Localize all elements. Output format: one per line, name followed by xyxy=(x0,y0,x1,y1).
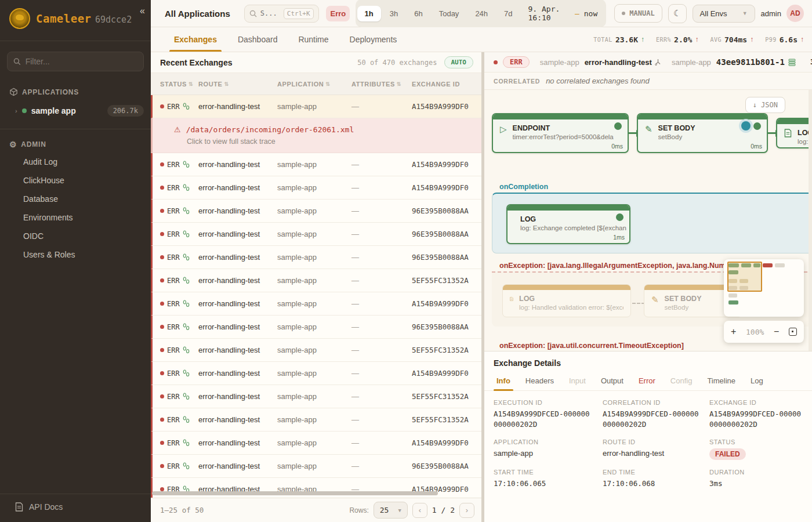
table-row[interactable]: ERR error-handling-test sample-app — 96E… xyxy=(151,316,481,339)
time-range-option[interactable]: 24h xyxy=(467,6,495,21)
correlated-bar: CORRELATED no correlated exchanges found xyxy=(484,72,812,90)
details-tab[interactable]: Input xyxy=(563,372,592,390)
column-header-exchange-id[interactable]: EXCHANGE ID xyxy=(412,81,481,88)
status-badge: ERR xyxy=(167,393,180,401)
column-header-application[interactable]: APPLICATION⇅ xyxy=(277,81,351,88)
chevron-right-icon[interactable]: › xyxy=(15,107,17,114)
time-range-option[interactable]: 7d xyxy=(496,6,520,21)
admin-menu-item[interactable]: Environments xyxy=(0,208,151,227)
manual-refresh-button[interactable]: MANUAL xyxy=(614,4,662,23)
fit-view-button[interactable] xyxy=(789,328,797,336)
app-title: Cameleer xyxy=(36,12,92,25)
attributes-cell: — xyxy=(351,415,412,424)
main-tab[interactable]: Exchanges xyxy=(165,27,226,52)
details-tab[interactable]: Config xyxy=(664,372,699,390)
details-tab[interactable]: Error xyxy=(632,372,662,390)
details-tab[interactable]: Headers xyxy=(519,372,560,390)
detail-route-name[interactable]: error-handling-test xyxy=(585,58,661,67)
flow-node-set-body[interactable]: ✎ SET BODY setBody 0ms xyxy=(637,113,768,153)
admin-menu-item[interactable]: Database xyxy=(0,190,151,208)
details-tab[interactable]: Log xyxy=(744,372,770,390)
main-tab[interactable]: Deployments xyxy=(340,27,407,52)
sidebar-filter[interactable] xyxy=(7,52,144,71)
table-row[interactable]: ERR error-handling-test sample-app — A15… xyxy=(151,292,481,316)
time-range-option[interactable]: 3h xyxy=(382,6,405,21)
error-stack-trace-preview[interactable]: ⚠ /data/orders/incoming/order-62061.xml … xyxy=(151,118,481,153)
table-row[interactable]: ERR error-handling-test sample-app — A15… xyxy=(151,153,481,176)
cube-icon xyxy=(9,88,18,96)
minimap-viewport[interactable] xyxy=(727,262,762,292)
attributes-cell: — xyxy=(351,230,412,238)
exchange-id-cell: A154B9A999DF0 xyxy=(412,183,481,192)
error-dot xyxy=(160,394,164,398)
details-tab[interactable]: Timeline xyxy=(701,372,742,390)
flow-node-exception-log[interactable]: LOG log: Handled validation error: ${exc… xyxy=(502,284,631,317)
zoom-in-button[interactable]: + xyxy=(731,327,736,336)
node-status-dot xyxy=(616,213,624,221)
table-row[interactable]: ERR error-handling-test sample-app — A15… xyxy=(151,362,481,385)
detail-exchange-id[interactable]: 43ee9811b801-1 xyxy=(716,57,796,67)
route-flow-canvas[interactable]: ↓ JSON ▷ ENDPOINT timer:errorTest?period… xyxy=(484,90,812,351)
table-row[interactable]: ERR error-handling-test sample-app — 5EF… xyxy=(151,385,481,408)
flow-minimap[interactable] xyxy=(724,259,804,317)
rows-per-page-select[interactable]: 25 ▼ xyxy=(374,502,408,519)
search-input[interactable] xyxy=(260,9,280,17)
column-header-status[interactable]: STATUS⇅ xyxy=(151,81,198,88)
main-tab[interactable]: Dashboard xyxy=(229,27,287,52)
field-execution-id: EXECUTION ID A154B9A999DFCED-00000000000… xyxy=(494,399,603,430)
error-dot xyxy=(160,302,164,306)
details-tab[interactable]: Info xyxy=(490,372,517,390)
time-range-option[interactable]: 6h xyxy=(407,6,430,21)
route-cell: error-handling-test xyxy=(198,102,277,111)
table-row-selected[interactable]: ERR error-handling-test sample-app — A15… xyxy=(151,95,481,118)
prev-page-button[interactable]: ‹ xyxy=(412,503,427,518)
table-row[interactable]: ERR error-handling-test sample-app — 5EF… xyxy=(151,269,481,292)
flow-node-completion-log[interactable]: LOG log: Exchange completed [${exchan 1m… xyxy=(506,204,630,244)
horizontal-scrollbar[interactable] xyxy=(152,491,438,495)
route-cell: error-handling-test xyxy=(198,276,277,285)
error-filter-chip[interactable]: Erro xyxy=(326,6,350,21)
admin-menu-item[interactable]: ClickHouse xyxy=(0,171,151,190)
filter-input[interactable] xyxy=(26,57,137,66)
zoom-out-button[interactable]: − xyxy=(774,327,779,336)
table-row[interactable]: ERR error-handling-test sample-app — 96E… xyxy=(151,455,481,478)
details-tab[interactable]: Output xyxy=(594,372,630,390)
table-row[interactable]: ERR error-handling-test sample-app — A15… xyxy=(151,176,481,200)
trend-up-icon: ↑ xyxy=(750,35,753,44)
table-row[interactable]: ERR error-handling-test sample-app — 96E… xyxy=(151,246,481,269)
field-application: APPLICATION sample-app xyxy=(494,438,603,460)
route-cell: error-handling-test xyxy=(198,299,277,308)
route-cell: error-handling-test xyxy=(198,369,277,378)
flow-node-log[interactable]: LOG log: Sta xyxy=(776,118,812,148)
time-range-option[interactable]: 1h xyxy=(357,6,381,21)
time-range-option[interactable]: Today xyxy=(432,6,467,21)
table-row[interactable]: ERR error-handling-test sample-app — A15… xyxy=(151,432,481,455)
api-docs-link[interactable]: API Docs xyxy=(0,494,151,522)
avatar[interactable]: AD xyxy=(786,5,804,22)
table-row[interactable]: ERR error-handling-test sample-app — 5EF… xyxy=(151,408,481,432)
cameleer-logo-icon xyxy=(9,8,30,29)
exchange-count: 50 of 470 exchanges xyxy=(357,59,437,67)
flow-node-endpoint[interactable]: ▷ ENDPOINT timer:errorTest?period=5000&d… xyxy=(492,113,629,153)
trace-footprints-icon xyxy=(183,346,190,354)
sidebar-item-sample-app[interactable]: › sample app 206.7k xyxy=(0,100,151,122)
table-row[interactable]: ERR error-handling-test sample-app — 96E… xyxy=(151,223,481,246)
column-header-attributes[interactable]: ATTRIBUTES⇅ xyxy=(351,81,412,88)
column-header-route[interactable]: ROUTE⇅ xyxy=(198,81,277,88)
main-tab[interactable]: Runtime xyxy=(289,27,338,52)
exchange-id-cell: 96E395B0088AA xyxy=(412,206,481,215)
custom-date-range[interactable]: 9. Apr. 16:10 – now xyxy=(521,1,605,26)
admin-menu-item[interactable]: OIDC xyxy=(0,227,151,245)
admin-menu-item[interactable]: Users & Roles xyxy=(0,245,151,264)
global-search[interactable]: Ctrl+K xyxy=(244,5,319,23)
next-page-button[interactable]: › xyxy=(459,503,474,518)
download-json-button[interactable]: ↓ JSON xyxy=(745,97,785,113)
environment-select[interactable]: All Envs ▼ xyxy=(693,5,755,23)
admin-menu-item[interactable]: Audit Log xyxy=(0,153,151,171)
application-cell: sample-app xyxy=(277,392,351,401)
dark-mode-toggle[interactable]: ☾ xyxy=(668,4,687,23)
table-row[interactable]: ERR error-handling-test sample-app — 5EF… xyxy=(151,339,481,362)
auto-refresh-badge[interactable]: AUTO xyxy=(444,56,474,68)
collapse-sidebar-icon[interactable]: « xyxy=(140,6,145,16)
table-row[interactable]: ERR error-handling-test sample-app — 96E… xyxy=(151,200,481,223)
